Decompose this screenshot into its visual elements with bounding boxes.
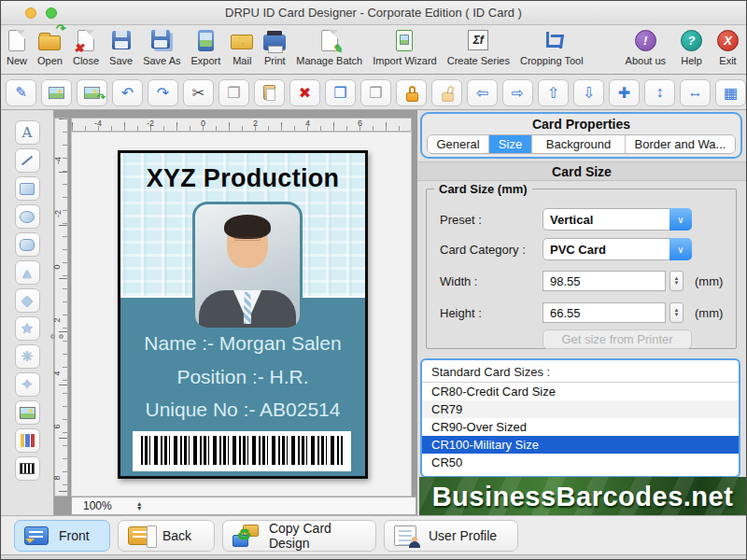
center-object-icon[interactable]: ✚ <box>609 79 640 106</box>
burst-tool[interactable]: ✳ <box>15 344 40 369</box>
card-company-text[interactable]: XYZ Production <box>120 164 365 193</box>
about-us-button[interactable]: ! About us <box>626 27 666 66</box>
rounded-rectangle-tool[interactable] <box>15 232 40 257</box>
tab-border-watermark[interactable]: Border and Wa... <box>626 135 735 153</box>
height-stepper[interactable]: ▲▼ <box>669 302 684 323</box>
manage-batch-button[interactable]: ✎ Manage Batch <box>296 27 362 66</box>
group-title: Card Size (mm) <box>434 182 532 196</box>
properties-panel: Card Properties General Size Background … <box>416 110 746 515</box>
unlock-icon[interactable] <box>431 79 462 106</box>
duplicate-alt-icon[interactable]: ❐ <box>360 79 391 106</box>
preset-dropdown[interactable]: Vertical ∨ <box>543 208 692 231</box>
nudge-up-icon[interactable]: ⇧ <box>538 79 569 106</box>
align-horizontal-center-icon[interactable]: ↔ <box>680 79 711 106</box>
list-item[interactable]: CR50 <box>422 454 739 471</box>
card-name-text[interactable]: Name :- Morgan Salen <box>120 332 365 355</box>
person-suit <box>199 290 296 330</box>
copy-card-design-button[interactable]: ♻ Copy Card Design <box>222 520 376 552</box>
width-stepper[interactable]: ▲▼ <box>669 271 684 291</box>
image-tool[interactable] <box>15 400 40 425</box>
diamond-tool[interactable]: ◆ <box>15 288 40 313</box>
window-title: DRPU ID Card Designer - Corporate Editio… <box>1 6 746 20</box>
front-button[interactable]: Front <box>14 520 110 552</box>
undo-icon[interactable]: ↶ <box>112 79 143 106</box>
mail-button[interactable]: Mail <box>231 27 253 66</box>
tab-general[interactable]: General <box>428 135 489 153</box>
barcode-tool[interactable] <box>15 456 40 481</box>
design-canvas[interactable]: -4 -2 0 2 4 6 -4 -2 0 2 4 6 8 XYZ Produc… <box>54 110 416 515</box>
nudge-down-icon[interactable]: ⇩ <box>573 79 604 106</box>
barcode-bars <box>141 436 343 465</box>
align-vertical-center-icon[interactable]: ↕ <box>644 79 675 106</box>
zoom-stepper[interactable]: ▲▼ <box>136 501 143 511</box>
card-photo[interactable] <box>192 202 303 330</box>
text-tool-icon: A <box>22 124 33 141</box>
image-tool-icon <box>20 407 35 419</box>
print-button[interactable]: Print <box>263 27 286 66</box>
four-point-star-tool[interactable]: ✦ <box>15 372 40 397</box>
rectangle-tool[interactable] <box>15 176 40 201</box>
help-button[interactable]: ? Help <box>681 27 702 66</box>
delete-icon[interactable]: ✖ <box>289 79 320 106</box>
open-button[interactable]: ↷ Open <box>37 27 63 66</box>
height-unit: (mm) <box>695 306 723 320</box>
burst-tool-icon: ✳ <box>21 348 34 365</box>
tab-background[interactable]: Background <box>532 135 626 153</box>
export-image-icon[interactable]: ↷ <box>77 79 107 106</box>
get-size-from-printer-button[interactable]: Get size from Printer <box>543 329 692 349</box>
zoom-bar: 100% ▲▼ <box>71 497 416 515</box>
list-header: Standard Card Sizes : <box>422 360 739 383</box>
grid-icon[interactable]: ▦ <box>715 79 746 106</box>
cropping-tool-button[interactable]: Cropping Tool <box>520 27 584 66</box>
user-profile-button[interactable]: User Profile <box>384 520 518 552</box>
list-item[interactable]: CR80-Credit Card Size <box>422 383 739 400</box>
tab-size[interactable]: Size <box>489 135 532 153</box>
chevron-down-icon: ∨ <box>669 208 692 231</box>
redo-icon[interactable]: ↷ <box>148 79 178 106</box>
main-toolbar: New ↷ Open ✖ Close Save Save As Export <box>1 25 746 75</box>
close-button[interactable]: ✖ Close <box>73 27 99 66</box>
create-series-button[interactable]: Σf Create Series <box>447 27 510 66</box>
duplicate-icon[interactable]: ❐ <box>325 79 356 106</box>
exit-button[interactable]: X Exit <box>717 27 739 66</box>
paste-icon[interactable] <box>254 79 285 106</box>
import-wizard-button[interactable]: Import Wizard <box>373 27 436 66</box>
nudge-right-icon[interactable]: ⇨ <box>502 79 533 106</box>
copy-icon[interactable]: ❐ <box>218 79 249 106</box>
splitter-handle[interactable] <box>50 334 63 339</box>
cut-icon[interactable]: ✂ <box>183 79 214 106</box>
list-item[interactable]: CR90-Over Sized <box>422 418 739 436</box>
new-button[interactable]: New <box>7 27 27 66</box>
insert-image-icon[interactable] <box>41 79 72 106</box>
save-button[interactable]: Save <box>109 27 133 66</box>
id-card[interactable]: XYZ Production Name :- Morgan Salen Posi… <box>118 150 368 479</box>
width-input[interactable]: 98.55 <box>543 271 666 291</box>
card-category-dropdown[interactable]: PVC Card ∨ <box>543 238 692 260</box>
list-item[interactable]: CR79 <box>422 400 739 418</box>
star-tool[interactable]: ★ <box>15 316 40 341</box>
document-edit-icon[interactable] <box>6 79 36 106</box>
lock-icon[interactable] <box>396 79 427 106</box>
card-barcode[interactable] <box>133 431 351 471</box>
triangle-tool[interactable]: ▲ <box>15 260 40 285</box>
nudge-left-icon[interactable]: ⇦ <box>467 79 498 106</box>
card-position-text[interactable]: Position :- H.R. <box>120 366 365 388</box>
star-tool-icon: ★ <box>21 320 33 337</box>
save-as-button[interactable]: Save As <box>143 27 180 66</box>
ellipse-tool[interactable] <box>15 204 40 229</box>
height-input[interactable]: 66.55 <box>543 302 666 323</box>
card-unique-text[interactable]: Unique No :- AB02514 <box>120 399 365 421</box>
line-tool[interactable] <box>15 148 40 173</box>
title-bar: DRPU ID Card Designer - Corporate Editio… <box>1 1 746 25</box>
list-item-selected[interactable]: CR100-Military Size <box>422 436 739 454</box>
triangle-tool-icon: ▲ <box>21 265 35 281</box>
back-button[interactable]: Back <box>118 520 215 552</box>
library-tool[interactable] <box>15 428 40 453</box>
horizontal-ruler: -4 -2 0 2 4 6 <box>71 118 412 132</box>
text-tool[interactable]: A <box>15 120 40 145</box>
back-card-icon <box>128 526 152 545</box>
save-floppy-icon <box>112 31 131 49</box>
zoom-level: 100% <box>83 499 112 512</box>
export-button[interactable]: Export <box>191 27 221 66</box>
line-tool-icon <box>21 156 33 166</box>
